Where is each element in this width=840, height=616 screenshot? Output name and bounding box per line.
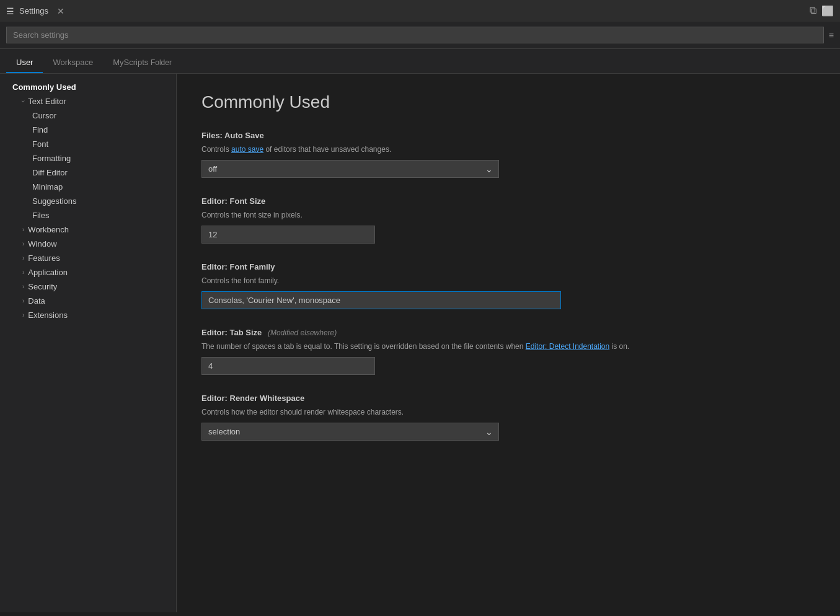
sidebar-item-data[interactable]: › Data	[0, 294, 176, 308]
setting-label-files-auto-save: Files: Auto Save	[201, 131, 815, 140]
features-label: Features	[28, 253, 60, 263]
setting-editor-font-size: Editor: Font Size Controls the font size…	[201, 196, 815, 244]
sidebar-item-extensions[interactable]: › Extensions	[0, 308, 176, 322]
font-label: Font	[32, 139, 48, 149]
page-title: Commonly Used	[201, 92, 815, 112]
chevron-workbench-icon: ›	[22, 226, 24, 233]
search-input[interactable]	[6, 27, 824, 43]
font-family-input[interactable]	[201, 291, 561, 309]
suggestions-label: Suggestions	[32, 196, 77, 206]
menu-icon[interactable]: ☰	[6, 6, 14, 16]
search-bar: ≡	[0, 22, 840, 49]
sidebar-item-suggestions[interactable]: Suggestions	[0, 194, 176, 208]
split-editor-icon[interactable]: ⧉	[810, 5, 816, 17]
setting-editor-render-whitespace: Editor: Render Whitespace Controls how t…	[201, 394, 815, 441]
title-bar: ☰ Settings ✕ ⧉ ⬜	[0, 0, 840, 22]
chevron-features-icon: ›	[22, 255, 24, 262]
cursor-label: Cursor	[32, 111, 56, 120]
workbench-label: Workbench	[28, 225, 69, 234]
setting-label-font-family: Editor: Font Family	[201, 262, 815, 271]
chevron-security-icon: ›	[22, 283, 24, 290]
tab-size-input[interactable]	[201, 357, 375, 375]
text-editor-label: Text Editor	[28, 97, 66, 106]
chevron-application-icon: ›	[22, 269, 24, 276]
diff-editor-label: Diff Editor	[32, 168, 68, 177]
sidebar-item-font[interactable]: Font	[0, 137, 176, 151]
application-label: Application	[28, 268, 68, 277]
render-whitespace-select[interactable]: none boundary selection trailing all	[201, 423, 499, 441]
chevron-extensions-icon: ›	[22, 312, 24, 319]
sidebar-item-features[interactable]: › Features	[0, 251, 176, 265]
setting-label-font-size: Editor: Font Size	[201, 196, 815, 206]
content-area: Commonly Used Files: Auto Save Controls …	[177, 74, 840, 612]
render-whitespace-select-wrapper: none boundary selection trailing all	[201, 423, 499, 441]
setting-label-render-whitespace: Editor: Render Whitespace	[201, 394, 815, 403]
setting-editor-font-family: Editor: Font Family Controls the font fa…	[201, 262, 815, 309]
setting-label-tab-size: Editor: Tab Size (Modified elsewhere)	[201, 328, 815, 337]
tabs-bar: User Workspace MyScripts Folder	[0, 49, 840, 74]
files-label: Files	[32, 211, 49, 220]
detect-indentation-link[interactable]: Editor: Detect Indentation	[526, 342, 609, 351]
sidebar-item-find[interactable]: Find	[0, 123, 176, 137]
sidebar-item-files[interactable]: Files	[0, 208, 176, 222]
sidebar-item-commonly-used[interactable]: Commonly Used	[0, 80, 176, 94]
setting-desc-files-auto-save: Controls auto save of editors that have …	[201, 144, 815, 155]
sidebar-item-security[interactable]: › Security	[0, 279, 176, 294]
extensions-label: Extensions	[28, 310, 68, 320]
main-layout: Commonly Used › Text Editor Cursor Find …	[0, 74, 840, 612]
setting-files-auto-save: Files: Auto Save Controls auto save of e…	[201, 131, 815, 178]
chevron-window-icon: ›	[22, 240, 24, 247]
setting-desc-font-size: Controls the font size in pixels.	[201, 209, 815, 221]
setting-desc-tab-size: The number of spaces a tab is equal to. …	[201, 341, 815, 352]
formatting-label: Formatting	[32, 154, 71, 163]
title-bar-actions: ⧉ ⬜	[810, 5, 834, 17]
search-filter-icon[interactable]: ≡	[829, 30, 834, 40]
sidebar-item-workbench[interactable]: › Workbench	[0, 222, 176, 237]
sidebar-item-window[interactable]: › Window	[0, 237, 176, 251]
sidebar-item-cursor[interactable]: Cursor	[0, 108, 176, 123]
tab-workspace[interactable]: Workspace	[43, 53, 103, 73]
sidebar-item-formatting[interactable]: Formatting	[0, 151, 176, 165]
minimap-label: Minimap	[32, 182, 63, 191]
data-label: Data	[28, 296, 45, 306]
find-label: Find	[32, 125, 48, 134]
font-size-input[interactable]	[201, 226, 375, 244]
tab-myscripts[interactable]: MyScripts Folder	[103, 53, 182, 73]
commonly-used-label: Commonly Used	[12, 82, 76, 92]
sidebar: Commonly Used › Text Editor Cursor Find …	[0, 74, 177, 612]
tab-myscripts-suffix: Folder	[151, 58, 172, 67]
chevron-data-icon: ›	[22, 297, 24, 304]
tab-user[interactable]: User	[6, 53, 43, 73]
files-auto-save-select-wrapper: off afterDelay onFocusChange onWindowCha…	[201, 160, 499, 178]
security-label: Security	[28, 282, 57, 291]
settings-title: Settings	[19, 6, 48, 15]
files-auto-save-select[interactable]: off afterDelay onFocusChange onWindowCha…	[201, 160, 499, 178]
close-tab-button[interactable]: ✕	[57, 6, 64, 16]
chevron-text-editor-icon: ›	[20, 100, 27, 102]
setting-editor-tab-size: Editor: Tab Size (Modified elsewhere) Th…	[201, 328, 815, 375]
sidebar-item-application[interactable]: › Application	[0, 265, 176, 279]
setting-desc-render-whitespace: Controls how the editor should render wh…	[201, 407, 815, 418]
tab-size-modified: (Modified elsewhere)	[268, 328, 337, 337]
sidebar-item-diff-editor[interactable]: Diff Editor	[0, 165, 176, 180]
open-settings-icon[interactable]: ⬜	[821, 5, 834, 17]
sidebar-item-text-editor[interactable]: › Text Editor	[0, 94, 176, 108]
sidebar-item-minimap[interactable]: Minimap	[0, 180, 176, 194]
window-label: Window	[28, 239, 56, 249]
setting-desc-font-family: Controls the font family.	[201, 275, 815, 286]
auto-save-link[interactable]: auto save	[231, 145, 263, 154]
